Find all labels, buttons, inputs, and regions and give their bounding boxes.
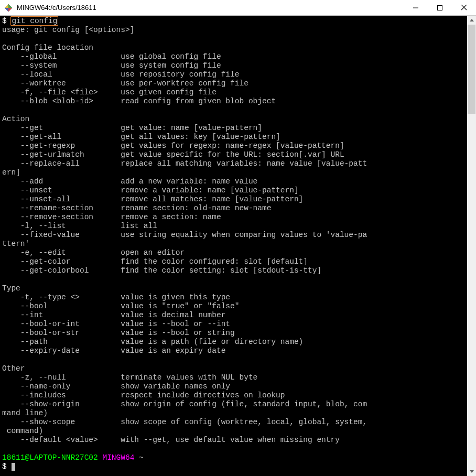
prompt-path: ~ bbox=[134, 453, 143, 462]
command-highlighted: git config bbox=[10, 16, 58, 26]
output-line: -z, --null terminate values with NUL byt… bbox=[2, 373, 257, 382]
output-line: --includes respect include directives on… bbox=[2, 391, 285, 399]
output-line: command) bbox=[2, 427, 43, 435]
section-header: Other bbox=[2, 364, 25, 373]
section-header: Config file location bbox=[2, 44, 93, 52]
section-header: Action bbox=[2, 115, 29, 123]
output-line: --add add a new variable: name value bbox=[2, 177, 257, 186]
svg-marker-9 bbox=[470, 19, 474, 21]
terminal-area: $ git config usage: git config [<options… bbox=[0, 16, 476, 476]
cursor bbox=[11, 463, 15, 471]
output-line: --replace-all replace all matching varia… bbox=[2, 159, 367, 168]
scroll-thumb[interactable] bbox=[468, 25, 475, 114]
scroll-up-icon[interactable] bbox=[467, 16, 476, 25]
output-line: --unset remove a variable: name [value-p… bbox=[2, 186, 299, 194]
titlebar: MINGW64:/c/Users/18611 bbox=[0, 0, 476, 16]
scrollbar[interactable] bbox=[467, 16, 476, 476]
output-line: --remove-section remove a section: name bbox=[2, 213, 221, 221]
output-line: --global use global config file bbox=[2, 52, 221, 61]
output-line: --get-regexp get values for regexp: name… bbox=[2, 142, 344, 150]
terminal[interactable]: $ git config usage: git config [<options… bbox=[0, 16, 467, 476]
output-line: --expiry-date value is an expiry date bbox=[2, 347, 225, 355]
prompt-dollar: $ bbox=[2, 462, 11, 471]
output-line: --default <value> with --get, use defaul… bbox=[2, 436, 340, 444]
output-line: ttern' bbox=[2, 240, 29, 248]
svg-marker-4 bbox=[5, 4, 8, 8]
svg-marker-10 bbox=[470, 470, 474, 473]
minimize-button[interactable] bbox=[404, 0, 428, 15]
output-line: --local use repository config file bbox=[2, 70, 239, 79]
close-button[interactable] bbox=[452, 0, 476, 15]
output-line: --bool-or-str value is --bool or string bbox=[2, 329, 235, 337]
output-line: --unset-all remove all matches: name [va… bbox=[2, 195, 303, 203]
app-icon bbox=[4, 4, 13, 12]
scroll-down-icon[interactable] bbox=[467, 467, 476, 476]
section-header: Type bbox=[2, 284, 20, 293]
output-line: usage: git config [<options>] bbox=[2, 26, 134, 34]
maximize-button[interactable] bbox=[428, 0, 452, 15]
output-line: --name-only show variable names only bbox=[2, 382, 230, 391]
output-line: --bool-or-int value is --bool or --int bbox=[2, 320, 230, 328]
output-line: --system use system config file bbox=[2, 61, 221, 70]
output-line: --get-urlmatch get value specific for th… bbox=[2, 150, 344, 159]
output-line: --show-origin show origin of config (fil… bbox=[2, 400, 367, 408]
prompt-dollar: $ bbox=[2, 17, 11, 25]
prompt-env: MINGW64 bbox=[102, 453, 134, 462]
output-line: --show-scope show scope of config (workt… bbox=[2, 418, 367, 426]
output-line: --get-colorbool find the color setting: … bbox=[2, 266, 321, 275]
output-line: --get-color find the color configured: s… bbox=[2, 257, 308, 266]
output-line: -t, --type <> value is given this type bbox=[2, 293, 230, 301]
window-controls bbox=[404, 0, 476, 15]
output-line: --blob <blob-id> read config from given … bbox=[2, 97, 276, 105]
output-line: --path value is a path (file or director… bbox=[2, 338, 303, 346]
window-title: MINGW64:/c/Users/18611 bbox=[17, 4, 404, 12]
output-line: --get-all get all values: key [value-pat… bbox=[2, 133, 280, 141]
prompt-user: 18611@LAPTOP-NNR27C02 bbox=[2, 453, 98, 462]
svg-rect-6 bbox=[438, 5, 442, 10]
output-line: ern] bbox=[2, 168, 20, 177]
output-line: mand line) bbox=[2, 409, 48, 417]
output-line: --int value is decimal number bbox=[2, 311, 225, 319]
output-line: --rename-section rename section: old-nam… bbox=[2, 204, 271, 212]
output-line: -l, --list list all bbox=[2, 222, 157, 230]
output-line: -f, --file <file> use given config file bbox=[2, 88, 217, 96]
output-line: --get get value: name [value-pattern] bbox=[2, 124, 262, 132]
output-line: --worktree use per-worktree config file bbox=[2, 79, 248, 88]
output-line: --fixed-value use string equality when c… bbox=[2, 231, 367, 239]
output-line: -e, --edit open an editor bbox=[2, 248, 185, 257]
output-line: --bool value is "true" or "false" bbox=[2, 302, 239, 310]
